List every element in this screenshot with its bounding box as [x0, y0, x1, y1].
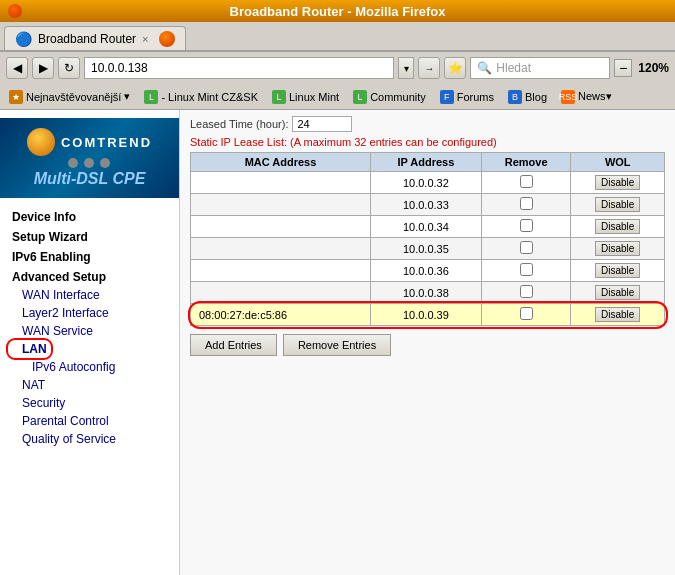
table-cell-remove — [481, 172, 571, 194]
add-entries-button[interactable]: Add Entries — [190, 334, 277, 356]
table-cell-ip: 10.0.0.39 — [370, 304, 481, 326]
table-cell-mac — [191, 172, 371, 194]
wol-disable-button[interactable]: Disable — [595, 307, 640, 322]
url-dropdown-button[interactable]: ▾ — [398, 57, 414, 79]
bookmark-community[interactable]: L Community — [348, 88, 431, 106]
sidebar-item-parental-control[interactable]: Parental Control — [8, 412, 171, 430]
bookmark-label-community: Community — [370, 91, 426, 103]
forward-icon: ▶ — [39, 61, 48, 75]
table-cell-ip: 10.0.0.34 — [370, 216, 481, 238]
sidebar-item-advanced-setup[interactable]: Advanced Setup — [8, 268, 171, 286]
wol-disable-button[interactable]: Disable — [595, 263, 640, 278]
table-cell-mac: 08:00:27:de:c5:86 — [191, 304, 371, 326]
bookmark-icon-news: RSS — [561, 90, 575, 104]
remove-entries-button[interactable]: Remove Entries — [283, 334, 391, 356]
action-buttons: Add Entries Remove Entries — [190, 334, 665, 356]
main-area: COMTREND Multi-DSL CPE Device Info Setup… — [0, 110, 675, 575]
wol-disable-button[interactable]: Disable — [595, 285, 640, 300]
col-header-mac: MAC Address — [191, 153, 371, 172]
static-ip-label: Static IP Lease List: (A maximum 32 entr… — [190, 136, 665, 148]
sidebar-item-setup-wizard[interactable]: Setup Wizard — [8, 228, 171, 246]
search-bar[interactable]: 🔍 Hledat — [470, 57, 610, 79]
table-cell-wol: Disable — [571, 216, 665, 238]
search-icon: 🔍 — [477, 61, 492, 75]
bookmark-linux-czsk[interactable]: L - Linux Mint CZ&SK — [139, 88, 263, 106]
sidebar-item-layer2-interface[interactable]: Layer2 Interface — [8, 304, 171, 322]
bookmark-news[interactable]: RSS News▾ — [556, 88, 617, 106]
table-cell-ip: 10.0.0.35 — [370, 238, 481, 260]
table-cell-remove — [481, 238, 571, 260]
bookmark-icon-forums: F — [440, 90, 454, 104]
table-cell-mac — [191, 260, 371, 282]
zoom-out-button[interactable]: − — [614, 59, 632, 77]
static-ip-text: Static IP Lease List: (A maximum 32 entr… — [190, 136, 497, 148]
remove-checkbox[interactable] — [520, 263, 533, 276]
bookmark-label-news: News▾ — [578, 90, 612, 103]
wol-disable-button[interactable]: Disable — [595, 219, 640, 234]
wol-disable-button[interactable]: Disable — [595, 241, 640, 256]
sidebar-item-wan-interface[interactable]: WAN Interface — [8, 286, 171, 304]
sidebar-item-device-info[interactable]: Device Info — [8, 208, 171, 226]
table-cell-wol: Disable — [571, 194, 665, 216]
table-cell-wol: Disable — [571, 238, 665, 260]
table-wrapper: MAC Address IP Address Remove WOL 10.0.0… — [190, 152, 665, 326]
table-cell-mac — [191, 216, 371, 238]
col-header-wol: WOL — [571, 153, 665, 172]
table-cell-mac — [191, 282, 371, 304]
url-bar: 10.0.0.138 — [84, 57, 394, 79]
back-button[interactable]: ◀ — [6, 57, 28, 79]
bookmark-button[interactable]: ⭐ — [444, 57, 466, 79]
table-cell-remove — [481, 194, 571, 216]
wol-disable-button[interactable]: Disable — [595, 175, 640, 190]
table-cell-remove — [481, 282, 571, 304]
remove-checkbox[interactable] — [520, 197, 533, 210]
bookmark-label-linux-mint: Linux Mint — [289, 91, 339, 103]
refresh-button[interactable]: ↻ — [58, 57, 80, 79]
firefox-icon — [159, 31, 175, 47]
sidebar-item-nat[interactable]: NAT — [8, 376, 171, 394]
table-cell-ip: 10.0.0.33 — [370, 194, 481, 216]
table-cell-remove — [481, 216, 571, 238]
bookmark-nejnavstevovanejsi[interactable]: ★ Nejnavštěvovanější ▾ — [4, 88, 135, 106]
bookmark-icon-blog: B — [508, 90, 522, 104]
table-cell-ip: 10.0.0.38 — [370, 282, 481, 304]
sidebar-item-lan[interactable]: LAN — [8, 340, 51, 358]
sidebar-item-ipv6-enabling[interactable]: IPv6 Enabling — [8, 248, 171, 266]
address-bar: ◀ ▶ ↻ 10.0.0.138 ▾ → ⭐ 🔍 Hledat − 120% — [0, 52, 675, 84]
window-icon — [8, 4, 22, 18]
wol-disable-button[interactable]: Disable — [595, 197, 640, 212]
tab-bar: 🔵 Broadband Router × — [0, 22, 675, 52]
bookmark-icon-linux-mint: L — [272, 90, 286, 104]
bookmark-icon-linux-czsk: L — [144, 90, 158, 104]
leased-time-row: Leased Time (hour): 24 — [190, 116, 665, 132]
bookmark-forums[interactable]: F Forums — [435, 88, 499, 106]
table-cell-wol: Disable — [571, 172, 665, 194]
zoom-controls: − 120% — [614, 59, 669, 77]
dropdown-icon: ▾ — [404, 63, 409, 74]
sidebar-item-ipv6-autoconfig[interactable]: IPv6 Autoconfig — [8, 358, 171, 376]
browser-tab[interactable]: 🔵 Broadband Router × — [4, 26, 186, 50]
sidebar-item-wan-service[interactable]: WAN Service — [8, 322, 171, 340]
go-button[interactable]: → — [418, 57, 440, 79]
bookmark-icon-nejnavstevovanejsi: ★ — [9, 90, 23, 104]
remove-checkbox[interactable] — [520, 241, 533, 254]
bookmark-linux-mint[interactable]: L Linux Mint — [267, 88, 344, 106]
ip-lease-table: MAC Address IP Address Remove WOL 10.0.0… — [190, 152, 665, 326]
tab-favicon: 🔵 — [15, 31, 32, 47]
remove-checkbox[interactable] — [520, 285, 533, 298]
search-placeholder: Hledat — [496, 61, 531, 75]
remove-checkbox[interactable] — [520, 219, 533, 232]
remove-checkbox[interactable] — [520, 175, 533, 188]
sidebar-item-quality-of-service[interactable]: Quality of Service — [8, 430, 171, 448]
bookmark-arrow-nejnavstevovanejsi: ▾ — [124, 90, 130, 103]
remove-checkbox[interactable] — [520, 307, 533, 320]
sidebar-navigation: Device Info Setup Wizard IPv6 Enabling A… — [0, 202, 179, 452]
sidebar-item-security[interactable]: Security — [8, 394, 171, 412]
col-header-ip: IP Address — [370, 153, 481, 172]
leased-time-value[interactable]: 24 — [292, 116, 352, 132]
forward-button[interactable]: ▶ — [32, 57, 54, 79]
bookmark-blog[interactable]: B Blog — [503, 88, 552, 106]
table-cell-ip: 10.0.0.32 — [370, 172, 481, 194]
comtrend-logo-icon — [27, 128, 55, 156]
tab-close-button[interactable]: × — [142, 33, 148, 45]
